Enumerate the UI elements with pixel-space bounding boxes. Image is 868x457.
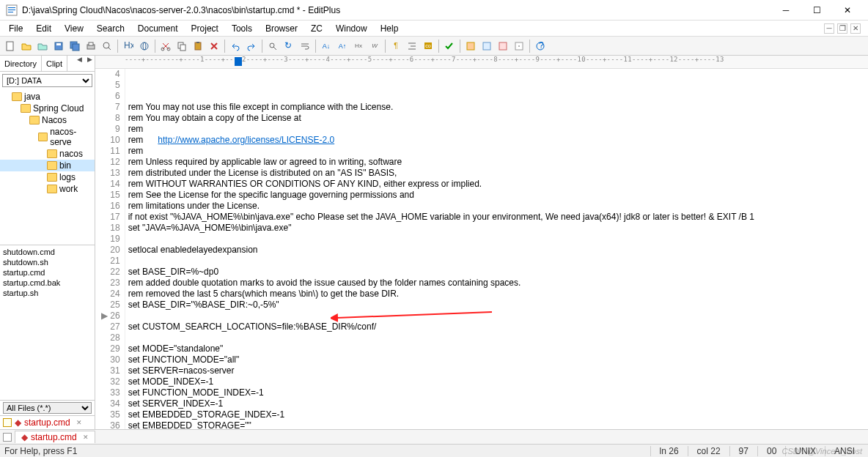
sel-block-button[interactable] [479, 39, 494, 53]
file-item[interactable]: shutdown.sh [0, 257, 95, 267]
svg-rect-19 [180, 45, 185, 51]
folder-tree[interactable]: javaSpring CloudNacosnacos-servenacosbin… [0, 89, 95, 245]
font-large-button[interactable]: A↑ [335, 39, 350, 53]
menubar: FileEditViewSearchDocumentProjectToolsBr… [0, 21, 868, 37]
browser-button[interactable] [137, 39, 152, 53]
print-button[interactable] [84, 39, 98, 53]
close-button[interactable]: ✕ [833, 1, 862, 19]
svg-rect-26 [483, 42, 490, 50]
tree-item[interactable]: nacos [0, 148, 95, 160]
menu-browser[interactable]: Browser [260, 22, 304, 35]
sel-line-button[interactable] [463, 39, 478, 53]
open-file-tab[interactable]: ◆ startup.cmd ✕ [0, 416, 95, 429]
side-panel: Directory Clipt ◀▶ [D:] DATA javaSpring … [0, 56, 95, 429]
new-button[interactable] [3, 39, 18, 53]
tree-item[interactable]: nacos-serve [0, 126, 95, 148]
save-all-button[interactable] [67, 39, 82, 53]
file-item[interactable]: shutdown.cmd [0, 247, 95, 257]
tree-item[interactable]: logs [0, 171, 95, 183]
tab-cliptext[interactable]: Clipt [42, 56, 67, 71]
menu-edit[interactable]: Edit [30, 22, 57, 35]
menu-view[interactable]: View [59, 22, 89, 35]
delete-button[interactable] [207, 39, 221, 53]
undo-button[interactable] [228, 39, 243, 53]
wrap-button[interactable]: W [367, 39, 382, 53]
tab-directory[interactable]: Directory [0, 56, 42, 71]
menu-zc[interactable]: ZC [305, 22, 328, 35]
menu-tools[interactable]: Tools [226, 22, 258, 35]
hex-view-button[interactable]: Hx [351, 39, 366, 53]
menu-search[interactable]: Search [91, 22, 130, 35]
whitespace-button[interactable] [512, 39, 526, 53]
open-remote-button[interactable] [35, 39, 50, 53]
sel-col-button[interactable] [496, 39, 510, 53]
doc-restore-icon[interactable]: ❐ [837, 23, 847, 34]
svg-rect-21 [196, 42, 199, 43]
svg-rect-6 [56, 43, 61, 45]
tree-item[interactable]: bin [0, 160, 95, 171]
file-item[interactable]: startup.cmd.bak [0, 278, 95, 288]
tab-left-icon[interactable]: ◀ [74, 56, 84, 71]
menu-file[interactable]: File [3, 22, 29, 35]
close-icon[interactable]: ✕ [83, 434, 89, 441]
status-help: For Help, press F1 [4, 446, 650, 456]
file-item[interactable]: startup.sh [0, 288, 95, 298]
preview-button[interactable] [100, 39, 114, 53]
doc-min-icon[interactable]: ─ [824, 23, 834, 34]
svg-rect-3 [8, 12, 13, 12]
drive-select[interactable]: [D:] DATA [2, 74, 92, 87]
ruler: ----+--------+----1----+----2----+----3-… [95, 56, 868, 69]
save-button[interactable] [51, 39, 66, 53]
paste-button[interactable] [191, 39, 205, 53]
tab-right-icon[interactable]: ▶ [84, 56, 95, 71]
tree-item[interactable]: java [0, 91, 95, 103]
statusbar: For Help, press F1 ln 26 col 22 97 00 UN… [0, 444, 868, 457]
svg-rect-10 [89, 42, 93, 45]
close-icon[interactable]: ✕ [76, 419, 82, 426]
tree-item[interactable]: work [0, 183, 95, 195]
word-wrap-button[interactable] [298, 39, 312, 53]
status-c1: 97 [729, 446, 757, 456]
svg-line-23 [273, 47, 276, 50]
menu-window[interactable]: Window [330, 22, 373, 35]
replace-button[interactable]: ↻ [282, 39, 296, 53]
status-line: ln 26 [650, 446, 688, 456]
svg-text:↻: ↻ [284, 41, 292, 51]
file-item[interactable]: startup.cmd [0, 267, 95, 278]
svg-text:Hx: Hx [124, 41, 133, 51]
app-icon [6, 4, 18, 16]
find-button[interactable] [265, 39, 280, 53]
minimize-button[interactable]: ─ [771, 1, 801, 19]
hex-button[interactable]: Hx [121, 39, 136, 53]
font-small-button[interactable]: A↓ [319, 39, 334, 53]
check-button[interactable] [442, 39, 457, 53]
code-editor[interactable]: 45678910111213141516171819202122232425▶ … [95, 69, 868, 429]
folder-icon [47, 161, 57, 170]
status-c2: 00 [757, 446, 785, 456]
doc-close-icon[interactable]: ✕ [850, 23, 861, 34]
file-list[interactable]: shutdown.cmdshutdown.shstartup.cmdstartu… [0, 245, 95, 401]
show-cr-button[interactable]: ¶ [389, 39, 403, 53]
menu-document[interactable]: Document [132, 22, 184, 35]
code-button[interactable]: co [421, 39, 435, 53]
svg-rect-4 [7, 42, 13, 51]
redo-button[interactable] [244, 39, 259, 53]
svg-rect-8 [73, 44, 79, 51]
doc-icon [3, 433, 12, 442]
open-button[interactable] [19, 39, 34, 53]
indent-button[interactable] [405, 39, 419, 53]
maximize-button[interactable]: ☐ [802, 1, 831, 19]
menu-help[interactable]: Help [375, 22, 405, 35]
filter-select[interactable]: All Files (*.*) [3, 402, 92, 414]
help-button[interactable]: ? [533, 39, 548, 53]
doc-tab-startup[interactable]: ◆ startup.cmd ✕ [15, 431, 95, 443]
menu-project[interactable]: Project [185, 22, 224, 35]
tree-item[interactable]: Nacos [0, 114, 95, 126]
cut-button[interactable] [158, 39, 173, 53]
folder-icon [38, 133, 48, 141]
tree-item[interactable]: Spring Cloud [0, 103, 95, 114]
window-title: D:\java\Spring Cloud\Nacos\nacos-server-… [22, 5, 771, 15]
copy-button[interactable] [174, 39, 189, 53]
watermark: CSDN @Vincent_frost [782, 447, 862, 456]
folder-icon [29, 116, 40, 125]
